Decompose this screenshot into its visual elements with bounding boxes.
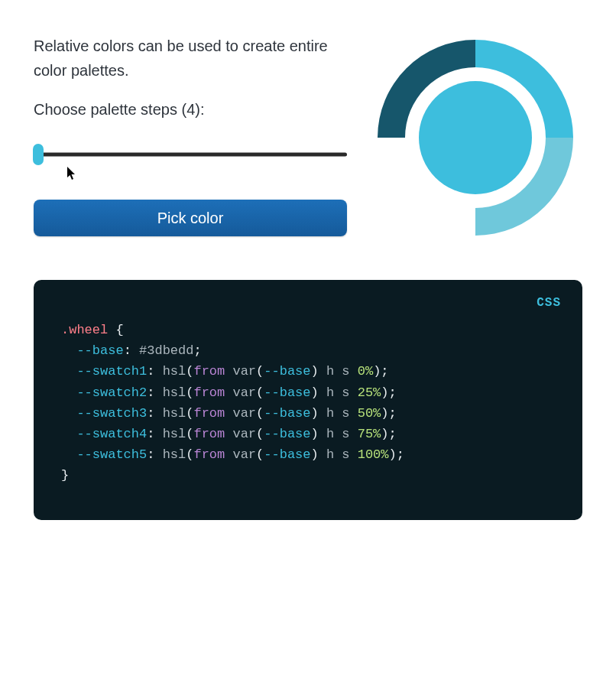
slider-track xyxy=(34,153,347,157)
code-content: .wheel { --base: #3dbedd; --swatch1: hsl… xyxy=(61,320,555,486)
wheel-center xyxy=(419,81,532,194)
color-wheel-svg xyxy=(376,38,575,237)
steps-value: 4 xyxy=(186,101,195,118)
intro-text: Relative colors can be used to create en… xyxy=(34,34,347,83)
steps-label-suffix: ): xyxy=(195,101,204,118)
slider-thumb[interactable] xyxy=(33,144,44,165)
steps-slider[interactable] xyxy=(34,143,347,166)
steps-label-prefix: Choose palette steps ( xyxy=(34,101,186,118)
code-block: CSS .wheel { --base: #3dbedd; --swatch1:… xyxy=(34,280,582,520)
color-wheel xyxy=(368,34,582,237)
code-language-badge: CSS xyxy=(537,294,561,314)
steps-label: Choose palette steps (4): xyxy=(34,101,347,119)
pick-color-button[interactable]: Pick color xyxy=(34,200,347,236)
